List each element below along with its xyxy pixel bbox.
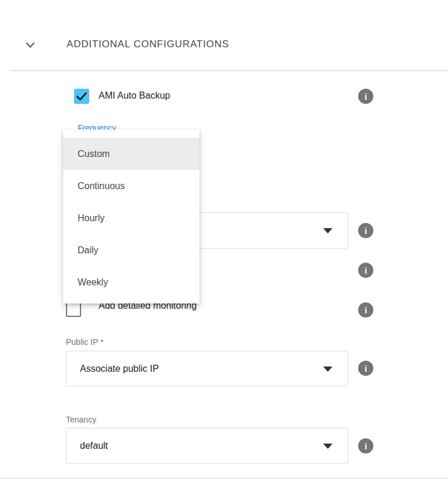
info-icon[interactable]: i [358,263,373,278]
public-ip-select[interactable]: Associate public IP [66,351,348,386]
dropdown-arrow-icon [323,228,332,233]
ami-auto-backup-label: AMI Auto Backup [99,90,170,101]
ami-auto-backup-checkbox[interactable] [74,89,89,104]
section-header: ADDITIONAL CONFIGURATIONS [0,35,448,55]
menu-item-custom[interactable]: Custom [63,138,200,170]
dropdown-arrow-icon [323,367,332,372]
menu-item-continuous[interactable]: Continuous [63,170,200,202]
menu-item-hourly[interactable]: Hourly [63,202,200,234]
public-ip-field-label: Public IP * [66,337,103,347]
info-icon[interactable]: i [358,89,373,104]
tenancy-field-label: Tenancy [66,415,96,424]
chevron-down-icon[interactable] [22,37,38,53]
section-divider [10,70,448,71]
section-title: ADDITIONAL CONFIGURATIONS [66,39,229,50]
info-icon[interactable]: i [358,302,373,317]
public-ip-select-value: Associate public IP [80,364,159,374]
detailed-monitoring-checkbox[interactable] [66,302,81,317]
frequency-dropdown-menu: Custom Continuous Hourly Daily Weekly [63,130,200,303]
info-icon[interactable]: i [358,361,373,376]
tenancy-select[interactable]: default [66,428,348,464]
additional-configurations-panel: ADDITIONAL CONFIGURATIONS AMI Auto Backu… [0,0,448,485]
dropdown-arrow-icon [323,444,332,449]
bottom-divider [0,477,448,479]
menu-item-weekly[interactable]: Weekly [63,266,200,298]
info-icon[interactable]: i [358,438,373,453]
check-icon [74,89,89,104]
info-icon[interactable]: i [358,223,373,238]
tenancy-select-value: default [80,441,108,451]
menu-item-daily[interactable]: Daily [63,234,200,266]
